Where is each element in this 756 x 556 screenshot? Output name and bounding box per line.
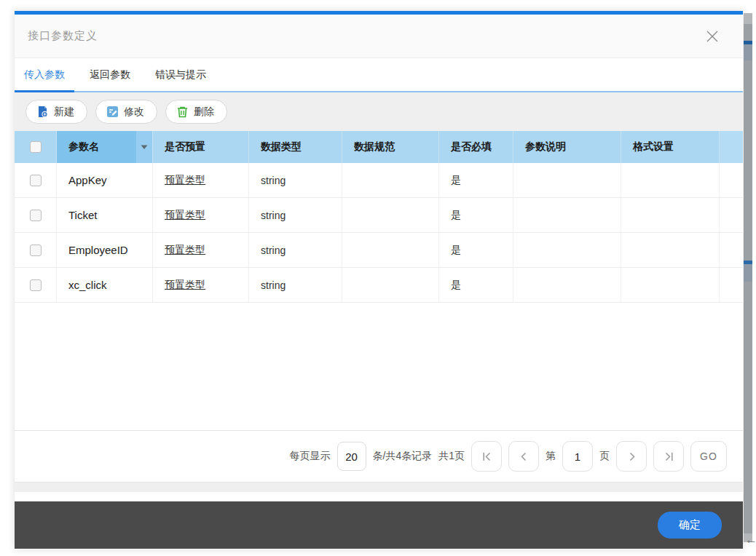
- tab-bar: 传入参数 返回参数 错误与提示: [15, 58, 743, 92]
- delete-button[interactable]: 删除: [165, 100, 227, 124]
- dialog-header: 接口参数定义: [15, 15, 743, 58]
- row-checkbox[interactable]: [30, 210, 42, 221]
- scrollbar-thumb[interactable]: [744, 264, 752, 282]
- cell-is-preset: 预置类型: [153, 233, 249, 267]
- header-spacer-cell: [720, 131, 743, 163]
- trash-icon: [176, 106, 189, 118]
- chevron-left-icon: [519, 451, 529, 462]
- preset-type-link[interactable]: 预置类型: [165, 279, 205, 292]
- last-page-icon: [664, 451, 674, 462]
- cell-data-type: string: [249, 163, 342, 197]
- dialog-title: 接口参数定义: [28, 29, 98, 43]
- prev-page-button[interactable]: [508, 441, 539, 472]
- chevron-right-icon: [626, 451, 637, 462]
- chevron-down-icon: [141, 145, 148, 150]
- first-page-button[interactable]: [471, 441, 502, 472]
- page-number-input[interactable]: [562, 441, 593, 472]
- edit-button-label: 修改: [124, 106, 144, 119]
- header-format-settings[interactable]: 格式设置: [621, 131, 720, 163]
- table-header-row: 参数名 是否预置 数据类型 数据规范 是否必填 参数说明 格式设置: [15, 131, 743, 163]
- cell-param-name: EmployeeID: [57, 233, 153, 267]
- column-menu-button[interactable]: [136, 131, 153, 163]
- table-row[interactable]: AppKey 预置类型 string 是: [15, 163, 743, 198]
- cell-data-spec: [342, 198, 439, 232]
- tab-input-params[interactable]: 传入参数: [15, 58, 74, 91]
- header-param-desc[interactable]: 参数说明: [513, 131, 621, 163]
- cell-is-preset: 预置类型: [153, 198, 249, 232]
- header-format-settings-label: 格式设置: [633, 140, 674, 154]
- preset-type-link[interactable]: 预置类型: [165, 209, 205, 222]
- header-param-name[interactable]: 参数名: [57, 131, 136, 163]
- table-row[interactable]: Ticket 预置类型 string 是: [15, 198, 743, 233]
- header-data-type-label: 数据类型: [261, 140, 302, 154]
- cell-param-desc: [513, 198, 621, 232]
- cell-is-preset: 预置类型: [153, 268, 249, 302]
- scrollbar-thumb[interactable]: [744, 44, 752, 60]
- header-is-required[interactable]: 是否必填: [439, 131, 513, 163]
- row-checkbox[interactable]: [30, 279, 42, 291]
- header-data-spec[interactable]: 数据规范: [342, 131, 439, 163]
- cell-format-settings: [621, 233, 720, 267]
- page-suffix-label: 页: [599, 450, 610, 463]
- page-scrollbar[interactable]: [744, 13, 752, 542]
- cell-data-type: string: [249, 268, 342, 302]
- back-arrow-icon: ←: [745, 533, 756, 547]
- tab-errors-prompts-label: 错误与提示: [155, 68, 206, 82]
- new-document-icon: [36, 106, 49, 118]
- cell-format-settings: [621, 163, 720, 197]
- row-checkbox-cell: [15, 268, 57, 302]
- cell-spacer: [720, 233, 743, 267]
- horizontal-scrollbar-track[interactable]: [15, 482, 743, 492]
- delete-button-label: 删除: [194, 106, 214, 119]
- header-param-name-label: 参数名: [68, 140, 99, 154]
- preset-type-link[interactable]: 预置类型: [165, 244, 205, 257]
- row-checkbox-cell: [15, 163, 57, 197]
- close-icon[interactable]: [704, 28, 721, 45]
- per-page-input[interactable]: [337, 442, 366, 471]
- header-is-required-label: 是否必填: [451, 140, 492, 154]
- next-page-button[interactable]: [616, 441, 647, 472]
- tab-return-params[interactable]: 返回参数: [80, 58, 140, 91]
- tab-return-params-label: 返回参数: [90, 68, 130, 82]
- header-data-spec-label: 数据规范: [354, 140, 395, 154]
- tab-input-params-label: 传入参数: [24, 68, 65, 82]
- header-data-type[interactable]: 数据类型: [249, 131, 342, 163]
- cell-is-required: 是: [439, 198, 513, 232]
- last-page-button[interactable]: [653, 441, 684, 472]
- footer-gap: [15, 492, 743, 501]
- go-button[interactable]: GO: [690, 441, 727, 472]
- row-checkbox[interactable]: [30, 245, 42, 256]
- header-checkbox-cell: [15, 131, 57, 163]
- cell-spacer: [720, 198, 743, 232]
- page-prefix-label: 第: [546, 450, 556, 463]
- row-checkbox-cell: [15, 198, 57, 232]
- select-all-checkbox[interactable]: [30, 141, 42, 153]
- preset-type-link[interactable]: 预置类型: [165, 174, 205, 187]
- interface-param-dialog: 接口参数定义 传入参数 返回参数 错误与提示: [15, 11, 743, 549]
- cell-data-type: string: [249, 233, 342, 267]
- header-is-preset[interactable]: 是否预置: [153, 131, 249, 163]
- edit-icon: [106, 106, 119, 118]
- cell-spacer: [720, 163, 743, 197]
- confirm-button[interactable]: 确定: [658, 512, 722, 539]
- cell-is-required: 是: [439, 268, 513, 302]
- row-checkbox-cell: [15, 233, 57, 267]
- pages-count-label: 共1页: [438, 450, 465, 463]
- tab-errors-prompts[interactable]: 错误与提示: [146, 58, 216, 91]
- new-button[interactable]: 新建: [25, 100, 87, 124]
- cell-data-type: string: [249, 198, 342, 232]
- cell-data-spec: [342, 163, 439, 197]
- row-checkbox[interactable]: [30, 175, 42, 186]
- header-param-desc-label: 参数说明: [525, 140, 566, 154]
- cell-param-desc: [513, 268, 621, 302]
- cell-is-preset: 预置类型: [153, 163, 249, 197]
- cell-spacer: [720, 268, 743, 302]
- table-empty-area: [15, 303, 743, 431]
- per-page-label: 每页显示: [290, 450, 331, 463]
- table-row[interactable]: EmployeeID 预置类型 string 是: [15, 233, 743, 268]
- cell-param-name: AppKey: [57, 163, 153, 197]
- cell-format-settings: [621, 268, 720, 302]
- edit-button[interactable]: 修改: [95, 100, 157, 124]
- first-page-icon: [481, 451, 492, 462]
- table-row[interactable]: xc_click 预置类型 string 是: [15, 268, 743, 303]
